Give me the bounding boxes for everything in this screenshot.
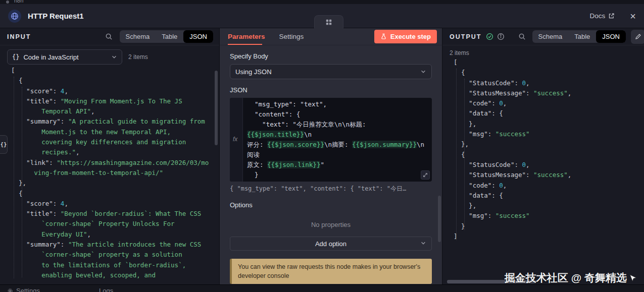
code-line: "msg_type": "text", (247, 99, 428, 109)
chevron-down-icon (420, 69, 426, 75)
code-line: "StatusMessage": "success", (454, 88, 644, 98)
cursor-icon (629, 274, 637, 282)
code-line: "score": 4, (11, 86, 219, 96)
tab-schema[interactable]: Schema (120, 30, 156, 43)
settings-bottom-item[interactable]: Settings (7, 286, 40, 292)
output-panel-header: OUTPUT Schema Table JSON (442, 28, 644, 45)
settings-label: Settings (16, 286, 40, 292)
http-request-node-icon (8, 10, 21, 23)
code-line: { (11, 189, 219, 199)
app-name: n8n (14, 0, 23, 4)
indent-guide (464, 79, 465, 230)
n8n-logo-icon (6, 1, 9, 4)
code-line: "text": "今日推荐文章\n\n标题: {{$json.title}}\n (247, 120, 428, 140)
code-line: "StatusCode": 0, (454, 160, 644, 170)
watermark-text: 掘金技术社区 @ 奇舞精选 (505, 271, 627, 285)
tab-parameters[interactable]: Parameters (228, 33, 265, 40)
no-properties-text: No properties (230, 221, 432, 228)
code-line: [ (11, 66, 219, 76)
json-expression-editor[interactable]: fx "msg_type": "text", "content": { "tex… (230, 98, 432, 182)
code-line: { (11, 76, 219, 86)
code-line: 原文: {{$json.link}}" (247, 160, 428, 170)
options-label: Options (230, 201, 432, 209)
code-line: }, (11, 178, 219, 188)
raw-requests-notice: You can view the raw requests this node … (230, 259, 432, 284)
input-view-tabs: Schema Table JSON (120, 30, 213, 43)
input-source-select[interactable]: {} Code in JavaScript (7, 49, 122, 65)
node-title: HTTP Request1 (28, 12, 84, 20)
output-json-view[interactable]: [ { "StatusCode": 0, "StatusMessage": "s… (442, 57, 644, 292)
tab-table[interactable]: Table (156, 30, 183, 43)
code-line: Moment.js to the new Temporal API, (11, 127, 219, 137)
active-tab-underline (228, 44, 262, 45)
add-option-button[interactable]: Add option (230, 237, 432, 251)
code-line: }, (454, 201, 644, 211)
close-icon[interactable]: × (630, 11, 636, 21)
expression-preview-line: { "msg_type": "text", "content": { "text… (230, 185, 432, 193)
code-line: } (247, 170, 428, 180)
editor-code[interactable]: "msg_type": "text", "content": { "text":… (247, 99, 428, 180)
execute-step-label: Execute step (390, 33, 431, 40)
pencil-icon (635, 33, 641, 40)
tab-schema[interactable]: Schema (532, 30, 569, 43)
params-scrollbar[interactable] (438, 196, 441, 242)
chevron-down-icon (420, 240, 426, 246)
grid-icon (325, 19, 332, 26)
code-line: "summary": "The article introduces the n… (11, 240, 219, 250)
body-type-select[interactable]: Using JSON (230, 64, 432, 79)
indent-guide (456, 69, 457, 240)
input-scrollbar[interactable] (215, 71, 218, 145)
code-line: "msg": "success" (454, 211, 644, 221)
info-icon[interactable] (497, 33, 505, 40)
specify-body-label: Specify Body (230, 52, 432, 60)
code-line: ving-from-moment-to-temporal-api/" (11, 168, 219, 178)
code-line: { (454, 150, 644, 160)
code-line: Everyday UI", (11, 229, 219, 240)
code-line: covering key differences and migration (11, 137, 219, 147)
code-line: }, (454, 139, 644, 149)
code-line: enabling beveled, scooped, and (11, 270, 219, 280)
background-bottom-bar: Settings Logs (0, 284, 644, 292)
logs-label: Logs (99, 286, 113, 292)
output-items-count: 2 items (450, 49, 637, 56)
flask-icon (380, 33, 387, 40)
input-panel-toggle[interactable]: {} (0, 135, 8, 154)
input-panel: INPUT Schema Table JSON {} Code in JavaS… (0, 28, 220, 292)
input-items-count: 2 items (128, 53, 148, 61)
logs-bottom-item[interactable]: Logs (99, 286, 113, 292)
code-line: "data": { (454, 191, 644, 201)
output-title: OUTPUT (450, 33, 481, 40)
code-line: "content": { (247, 109, 428, 120)
input-json-view[interactable]: [ { "score": 4, "title": "Moving From Mo… (0, 66, 219, 292)
search-icon[interactable] (105, 33, 113, 40)
chevron-down-icon (111, 54, 117, 60)
code-line: "StatusMessage": "success", (454, 170, 644, 180)
docs-link[interactable]: Docs (590, 12, 615, 20)
code-line: "msg": "success" (454, 129, 644, 139)
tab-table[interactable]: Table (568, 30, 596, 43)
code-line: Temporal API", (11, 106, 219, 116)
tab-json[interactable]: JSON (183, 30, 213, 43)
tab-json[interactable]: JSON (596, 30, 626, 43)
code-line: "title": "Moving From Moment.js To The J… (11, 96, 219, 106)
json-field-label: JSON (230, 86, 432, 94)
edit-output-button[interactable] (631, 30, 644, 44)
code-line: to the limitations of `border-radius`, (11, 260, 219, 270)
input-panel-header: INPUT Schema Table JSON (0, 28, 219, 45)
code-line: [ (454, 57, 644, 68)
params-header: Parameters Settings Execute step (220, 28, 442, 45)
code-line: "data": { (454, 108, 644, 119)
tab-settings[interactable]: Settings (279, 33, 304, 40)
params-body: Specify Body Using JSON JSON fx "msg_typ… (220, 45, 442, 292)
input-source-label: Code in JavaScript (23, 53, 107, 61)
input-source-row: {} Code in JavaScript 2 items (0, 45, 219, 68)
editor-resize-grip[interactable] (421, 170, 430, 180)
code-line: `corner-shape` property as a solution (11, 250, 219, 260)
code-line: "score": 4, (11, 199, 219, 209)
code-line: "title": "Beyond `border-radius`: What T… (11, 209, 219, 219)
code-line: "code": 0, (454, 181, 644, 191)
execute-step-button[interactable]: Execute step (374, 30, 437, 43)
search-icon[interactable] (518, 33, 526, 40)
output-panel: OUTPUT Schema Table JSON 2 items (442, 28, 644, 292)
node-icon-tab[interactable] (314, 15, 343, 28)
